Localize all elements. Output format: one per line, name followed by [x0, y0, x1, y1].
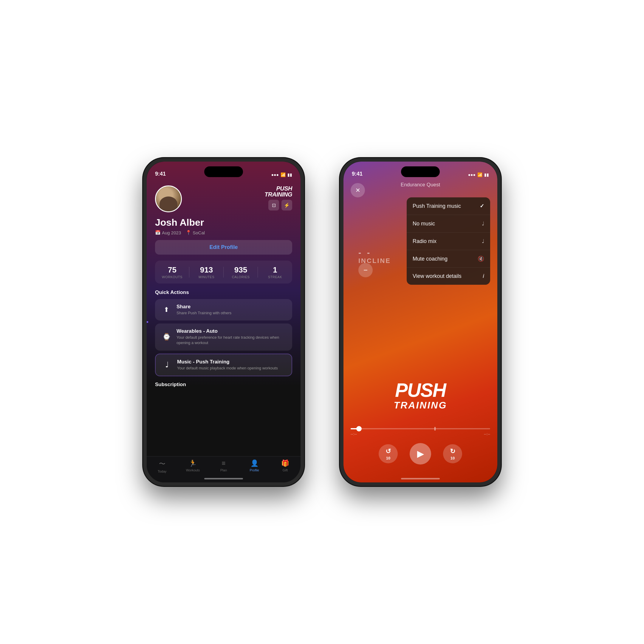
status-time-left: 9:41 — [155, 171, 166, 177]
tab-today[interactable]: 〜 Today — [147, 459, 177, 473]
profile-header: PUSH TRAINING ⊡ ⚡ — [147, 179, 301, 217]
workout-title: Endurance Quest — [401, 182, 440, 188]
tab-plan[interactable]: ≡ Plan — [208, 459, 239, 472]
rewind-icon: ↺ — [386, 448, 391, 455]
music-desc: Your default music playback mode when op… — [177, 366, 278, 371]
tab-profile[interactable]: 👤 Profile — [239, 459, 270, 472]
wifi-icon-left: 📶 — [281, 172, 286, 177]
close-icon: ✕ — [355, 187, 360, 194]
phone-right-inner: 9:41 ●●● 📶 ▮▮ Endurance Quest ✕ - - INCL… — [343, 162, 497, 482]
quick-action-music[interactable]: ♩ Music - Push Training Your default mus… — [155, 354, 292, 376]
stat-minutes-num: 913 — [189, 265, 224, 275]
progress-start-time: --:-- — [351, 432, 357, 436]
instagram-icon: ⊡ — [272, 202, 276, 208]
minus-button[interactable]: − — [358, 263, 373, 277]
instagram-button[interactable]: ⊡ — [268, 200, 279, 210]
wifi-icon-right: 📶 — [477, 172, 482, 177]
stat-streak: 1 STREAK — [258, 265, 292, 279]
dropdown-item-view-workout[interactable]: View workout details i — [407, 268, 490, 285]
workouts-label: Workouts — [186, 468, 200, 472]
quick-action-share[interactable]: ⬆ Share Share Push Training with others — [155, 299, 292, 321]
avatar-image — [156, 186, 181, 211]
stats-row: 75 WORKOUTS 913 MINUTES 935 CALORIES 1 S… — [155, 261, 292, 284]
gift-label: Gift — [283, 468, 288, 472]
bolt-button[interactable]: ⚡ — [281, 200, 292, 210]
logo-line2: TRAINING — [264, 191, 292, 197]
forward-button[interactable]: ↻ 10 — [443, 444, 462, 463]
play-icon: ▶ — [417, 449, 424, 459]
left-arrow — [143, 315, 150, 329]
progress-section: --:-- --:-- — [351, 428, 490, 436]
stat-workouts: 75 WORKOUTS — [155, 265, 189, 279]
progress-marker — [434, 427, 436, 431]
rewind-num: 10 — [386, 456, 390, 460]
dropdown-menu: Push Training music ✓ No music ♩ Radio m… — [407, 197, 490, 285]
forward-icon: ↻ — [450, 448, 455, 455]
scene: 9:41 ●●● 📶 ▮▮ PUSH TRAINING — [0, 0, 644, 644]
wearables-desc: Your default preference for heart rate t… — [177, 335, 287, 346]
signal-icon-right: ●●● — [468, 172, 476, 177]
music-text: Music - Push Training Your default music… — [177, 359, 278, 371]
right-arrow — [494, 215, 501, 230]
tab-workouts[interactable]: 🏃 Workouts — [177, 459, 208, 472]
status-icons-left: ●●● 📶 ▮▮ — [271, 172, 292, 177]
pt-training-text: TRAINING — [394, 400, 447, 411]
workout-header: Endurance Quest — [343, 179, 497, 190]
right-arrow-svg — [494, 215, 501, 230]
stat-workouts-label: WORKOUTS — [155, 275, 189, 279]
stat-minutes-label: MINUTES — [189, 275, 224, 279]
plan-label: Plan — [220, 468, 227, 472]
plan-icon: ≡ — [222, 459, 226, 467]
profile-location: 📍 SoCal — [186, 230, 205, 235]
dropdown-item-no-music[interactable]: No music ♩ — [407, 215, 490, 233]
dropdown-no-music-icon: ♩ — [482, 220, 484, 227]
stat-streak-label: STREAK — [258, 275, 292, 279]
signal-icon-left: ●●● — [271, 172, 279, 177]
quick-action-wearables[interactable]: ⌚ Wearables - Auto Your default preferen… — [155, 323, 292, 350]
progress-bar-track[interactable] — [351, 428, 490, 429]
today-icon: 〜 — [159, 459, 165, 468]
progress-times: --:-- --:-- — [351, 432, 490, 436]
stat-minutes: 913 MINUTES — [189, 265, 224, 279]
phone-right: 9:41 ●●● 📶 ▮▮ Endurance Quest ✕ - - INCL… — [340, 158, 501, 486]
edit-profile-button[interactable]: Edit Profile — [155, 240, 292, 255]
avatar — [155, 185, 182, 212]
profile-tab-label: Profile — [250, 468, 259, 472]
playback-controls: ↺ 10 ▶ ↻ 10 — [343, 443, 497, 465]
profile-scroll[interactable]: PUSH TRAINING ⊡ ⚡ Jos — [147, 179, 301, 459]
dropdown-item-mute-coaching[interactable]: Mute coaching 🔇 — [407, 250, 490, 268]
dropdown-mute-coaching-icon: 🔇 — [478, 256, 484, 262]
stat-calories-label: CALORIES — [224, 275, 258, 279]
wearables-icon: ⌚ — [160, 331, 172, 343]
stat-calories: 935 CALORIES — [224, 265, 258, 279]
dynamic-island-right — [401, 166, 440, 177]
battery-icon-left: ▮▮ — [287, 172, 292, 177]
home-indicator-right — [401, 478, 440, 479]
dropdown-item-push-training-music[interactable]: Push Training music ✓ — [407, 197, 490, 215]
bolt-icon: ⚡ — [284, 202, 290, 208]
wearables-title: Wearables - Auto — [177, 328, 287, 334]
share-title: Share — [177, 304, 231, 310]
close-button[interactable]: ✕ — [351, 183, 365, 197]
minus-icon: − — [363, 266, 368, 274]
profile-name-section: Josh Alber 📅 Aug 2023 📍 SoCal — [147, 217, 301, 240]
share-desc: Share Push Training with others — [177, 310, 231, 316]
music-icon: ♩ — [161, 359, 173, 371]
gift-icon: 🎁 — [281, 459, 289, 467]
dropdown-view-workout-icon: i — [483, 273, 484, 279]
progress-dot — [356, 426, 362, 431]
left-arrow-svg — [143, 315, 150, 329]
rewind-button[interactable]: ↺ 10 — [379, 444, 398, 463]
location-icon: 📍 — [186, 230, 191, 235]
profile-name: Josh Alber — [155, 217, 292, 228]
profile-meta: 📅 Aug 2023 📍 SoCal — [155, 230, 292, 235]
calendar-icon: 📅 — [155, 230, 161, 235]
forward-num: 10 — [451, 456, 455, 460]
status-icons-right: ●●● 📶 ▮▮ — [468, 172, 489, 177]
phone-left: 9:41 ●●● 📶 ▮▮ PUSH TRAINING — [143, 158, 304, 486]
wearables-text: Wearables - Auto Your default preference… — [177, 328, 287, 346]
dropdown-item-radio-mix[interactable]: Radio mix ♩ — [407, 233, 490, 250]
tab-gift[interactable]: 🎁 Gift — [270, 459, 301, 472]
play-button[interactable]: ▶ — [410, 443, 431, 465]
share-icon: ⬆ — [160, 304, 172, 316]
